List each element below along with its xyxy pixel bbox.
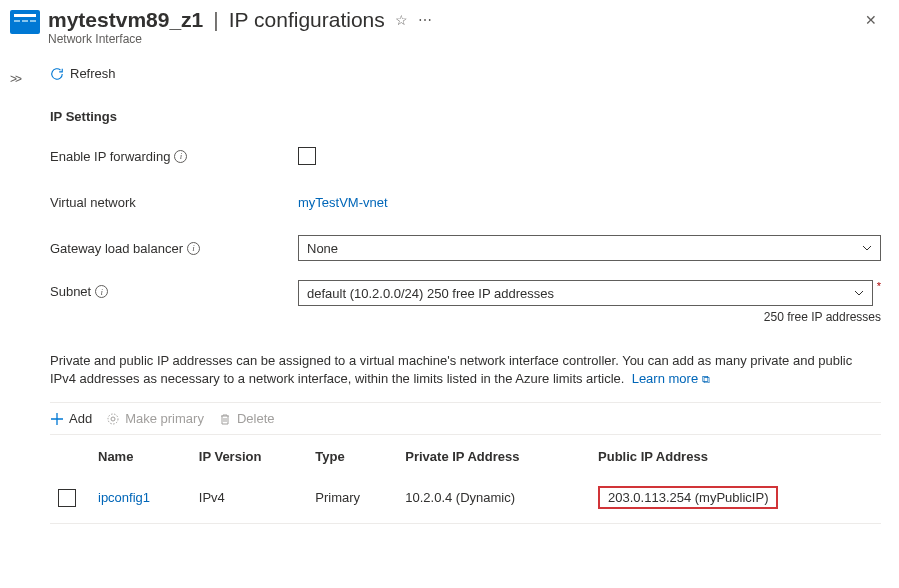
ip-forwarding-checkbox[interactable]	[298, 147, 316, 165]
col-name: Name	[90, 435, 191, 476]
svg-rect-3	[22, 20, 28, 22]
page-header: mytestvm89_z1 | IP configurations ☆ ⋯ Ne…	[10, 8, 881, 46]
delete-button: Delete	[218, 411, 275, 426]
svg-rect-1	[14, 14, 36, 17]
gateway-lb-value: None	[307, 241, 862, 256]
cell-privateip: 10.2.0.4 (Dynamic)	[397, 476, 590, 524]
label-gateway-lb: Gateway load balancer	[50, 241, 183, 256]
info-icon[interactable]: i	[187, 242, 200, 255]
svg-point-5	[108, 414, 118, 424]
cell-ipversion: IPv4	[191, 476, 307, 524]
svg-rect-4	[30, 20, 36, 22]
refresh-button[interactable]: Refresh	[50, 66, 116, 81]
row-checkbox[interactable]	[58, 489, 76, 507]
close-icon[interactable]: ✕	[861, 8, 881, 32]
resource-name: mytestvm89_z1	[48, 8, 203, 32]
col-ipversion: IP Version	[191, 435, 307, 476]
col-type: Type	[307, 435, 397, 476]
page-title: IP configurations	[229, 8, 385, 32]
network-interface-icon	[10, 10, 40, 34]
label-ip-forwarding: Enable IP forwarding	[50, 149, 170, 164]
table-action-bar: Add Make primary Delete	[50, 402, 881, 435]
svg-rect-2	[14, 20, 20, 22]
resource-type: Network Interface	[48, 32, 861, 46]
more-menu-icon[interactable]: ⋯	[418, 12, 432, 28]
refresh-icon	[50, 67, 64, 81]
ip-settings-heading: IP Settings	[50, 109, 881, 124]
gateway-lb-select[interactable]: None	[298, 235, 881, 261]
label-subnet: Subnet	[50, 284, 91, 299]
learn-more-link[interactable]: Learn more ⧉	[632, 371, 710, 386]
ip-config-table: Name IP Version Type Private IP Address …	[50, 435, 881, 524]
label-virtual-network: Virtual network	[50, 195, 136, 210]
external-link-icon: ⧉	[702, 373, 710, 385]
info-icon[interactable]: i	[174, 150, 187, 163]
info-icon[interactable]: i	[95, 285, 108, 298]
plus-icon	[50, 412, 64, 426]
gear-icon	[106, 412, 120, 426]
table-row[interactable]: ipconfig1 IPv4 Primary 10.2.0.4 (Dynamic…	[50, 476, 881, 524]
make-primary-button: Make primary	[106, 411, 204, 426]
col-publicip: Public IP Address	[590, 435, 881, 476]
public-ip-highlight: 203.0.113.254 (myPublicIP)	[598, 486, 778, 509]
add-button[interactable]: Add	[50, 411, 92, 426]
cell-type: Primary	[307, 476, 397, 524]
trash-icon	[218, 412, 232, 426]
collapse-panel-icon[interactable]: >>	[10, 72, 20, 86]
command-bar: Refresh	[50, 66, 881, 99]
svg-point-6	[111, 417, 115, 421]
subnet-select[interactable]: default (10.2.0.0/24) 250 free IP addres…	[298, 280, 873, 306]
subnet-value: default (10.2.0.0/24) 250 free IP addres…	[307, 286, 854, 301]
description-text: Private and public IP addresses can be a…	[50, 352, 881, 388]
chevron-down-icon	[862, 243, 872, 253]
chevron-down-icon	[854, 288, 864, 298]
favorite-star-icon[interactable]: ☆	[395, 12, 408, 28]
virtual-network-link[interactable]: myTestVM-vnet	[298, 195, 388, 210]
required-indicator: *	[877, 280, 881, 292]
col-privateip: Private IP Address	[397, 435, 590, 476]
subnet-free-hint: 250 free IP addresses	[298, 310, 881, 324]
title-separator: |	[213, 8, 218, 32]
ipconfig-name-link[interactable]: ipconfig1	[98, 490, 150, 505]
